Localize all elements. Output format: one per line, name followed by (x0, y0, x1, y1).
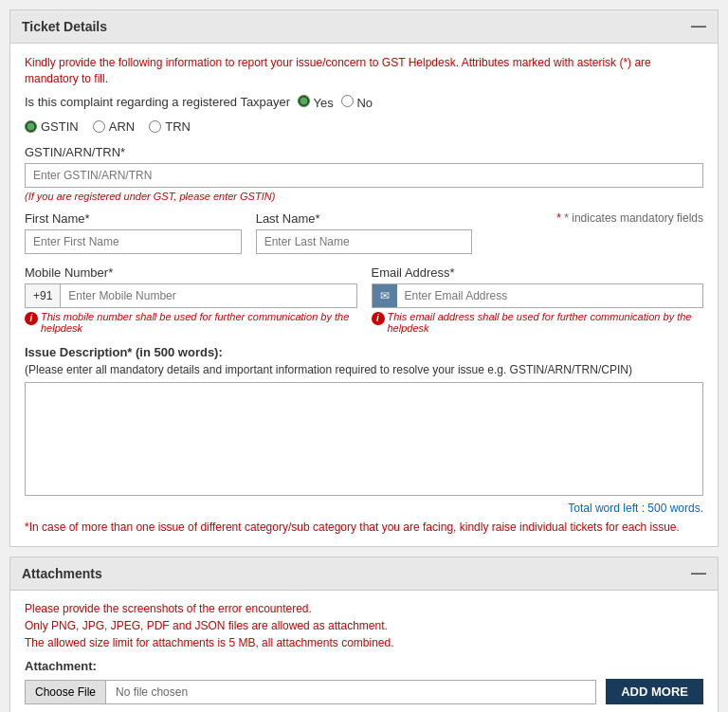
issue-label: Issue Description* (in 500 words): (25, 345, 703, 359)
last-name-group: Last Name* (256, 211, 473, 254)
multi-issue-note: *In case of more than one issue of diffe… (25, 520, 703, 536)
no-radio-label[interactable]: No (341, 95, 373, 110)
email-icon: ✉ (373, 284, 397, 307)
mobile-label: Mobile Number* (25, 265, 357, 280)
registered-taxpayer-row: Is this complaint regarding a registered… (25, 95, 703, 110)
gstin-field-label: GSTIN/ARN/TRN* (25, 145, 703, 159)
mobile-prefix: +91 (26, 284, 61, 307)
last-name-input[interactable] (256, 229, 473, 254)
mobile-info-icon: i (25, 312, 38, 325)
trn-radio[interactable] (149, 120, 161, 133)
yes-label: Yes (314, 96, 334, 110)
gstin-radio-label[interactable]: GSTIN (25, 119, 79, 134)
contact-row: Mobile Number* +91 i This mobile number … (25, 265, 703, 334)
attachments-header: Attachments — (10, 557, 718, 591)
collapse-icon[interactable]: — (691, 18, 706, 35)
file-row: Choose File No file chosen ADD MORE (25, 679, 703, 704)
gstin-radio[interactable] (25, 120, 37, 133)
yes-radio-label[interactable]: Yes (298, 95, 334, 110)
no-label: No (356, 96, 373, 110)
gstin-input[interactable] (25, 163, 703, 188)
attachments-collapse-icon[interactable]: — (691, 565, 706, 582)
ticket-details-header: Ticket Details — (10, 10, 718, 44)
email-info-icon: i (372, 312, 385, 325)
email-field-wrapper: ✉ (372, 283, 704, 308)
attach-info-2: Only PNG, JPG, JPEG, PDF and JSON files … (25, 619, 703, 632)
mobile-field-wrapper: +91 (25, 283, 357, 308)
file-name-display: No file chosen (106, 681, 595, 703)
email-input[interactable] (397, 284, 703, 307)
registered-label: Is this complaint regarding a registered… (25, 95, 290, 109)
mobile-note-text: This mobile number shall be used for fur… (41, 311, 357, 334)
mandatory-note: * * indicates mandatory fields (486, 211, 703, 225)
main-info-text: Kindly provide the following information… (25, 55, 703, 87)
mandatory-note-cell: * * indicates mandatory fields (486, 211, 703, 225)
arn-radio-label[interactable]: ARN (93, 119, 135, 134)
panel-title: Ticket Details (22, 19, 107, 34)
arn-label: ARN (109, 119, 135, 134)
word-count: Total word left : 500 words. (25, 502, 703, 515)
add-more-button[interactable]: ADD MORE (606, 679, 703, 704)
mobile-group: Mobile Number* +91 i This mobile number … (25, 265, 357, 334)
yes-radio[interactable] (298, 95, 310, 107)
trn-radio-label[interactable]: TRN (149, 119, 191, 134)
gstin-hint: (If you are registered under GST, please… (25, 191, 703, 202)
issue-sublabel: (Please enter all mandatory details and … (25, 363, 703, 376)
trn-label: TRN (165, 119, 191, 134)
last-name-label: Last Name* (256, 211, 473, 226)
no-radio[interactable] (341, 95, 354, 107)
issue-description-group: Issue Description* (in 500 words): (Plea… (25, 345, 703, 536)
attachments-panel-title: Attachments (22, 566, 102, 581)
email-note: i This email address shall be used for f… (372, 311, 704, 334)
gstin-type-row: GSTIN ARN TRN (25, 119, 703, 134)
first-name-label: First Name* (25, 211, 242, 226)
mobile-note: i This mobile number shall be used for f… (25, 311, 357, 334)
choose-file-button[interactable]: Choose File (26, 681, 106, 703)
issue-textarea[interactable] (25, 382, 703, 496)
file-input-wrapper: Choose File No file chosen (25, 680, 596, 704)
first-name-group: First Name* (25, 211, 242, 254)
first-name-input[interactable] (25, 229, 242, 254)
attach-info-1: Please provide the screenshots of the er… (25, 602, 703, 615)
email-group: Email Address* ✉ i This email address sh… (372, 265, 704, 334)
email-label: Email Address* (372, 265, 704, 280)
name-mandatory-row: First Name* Last Name* * * indicates man… (25, 211, 703, 254)
arn-radio[interactable] (93, 120, 105, 133)
gstin-field-group: GSTIN/ARN/TRN* (If you are registered un… (25, 145, 703, 202)
attachment-label: Attachment: (25, 659, 703, 673)
email-note-text: This email address shall be used for fur… (388, 311, 704, 334)
mobile-input[interactable] (61, 284, 355, 307)
gstin-label: GSTIN (41, 119, 79, 134)
attach-info-3: The allowed size limit for attachments i… (25, 636, 703, 649)
